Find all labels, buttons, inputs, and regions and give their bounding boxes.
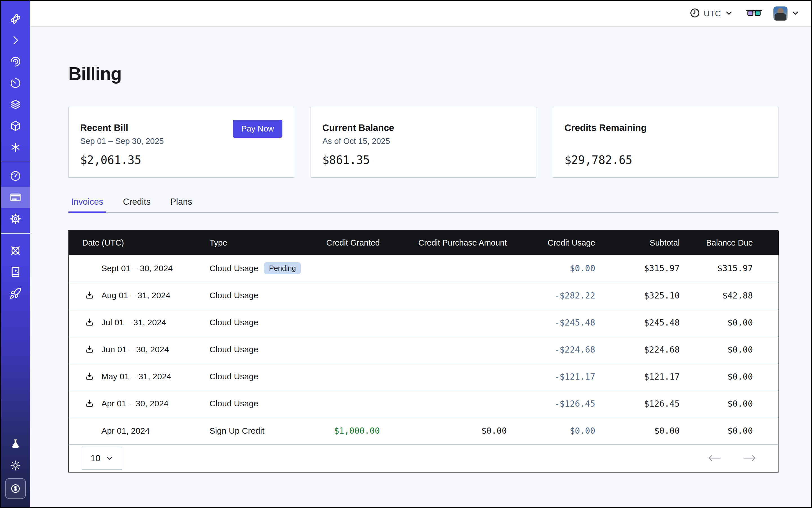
download-icon xyxy=(85,399,94,409)
column-header: Credit Granted xyxy=(312,231,380,255)
download-icon xyxy=(85,345,94,354)
sidebar-item-layers[interactable] xyxy=(1,94,30,115)
sidebar-item-launch[interactable] xyxy=(1,283,30,304)
invoice-type: Sign Up Credit xyxy=(210,426,264,435)
layers-icon xyxy=(9,98,22,111)
tab-plans[interactable]: Plans xyxy=(168,197,195,213)
cell-credit-usage: -$126.45 xyxy=(507,390,595,417)
sidebar-item-collapse[interactable] xyxy=(1,30,30,51)
cell-type: Cloud Usage xyxy=(210,363,312,390)
sidebar-item-billing[interactable] xyxy=(1,187,30,208)
sun-icon xyxy=(9,460,22,471)
cell-subtotal: $0.00 xyxy=(595,417,680,444)
page-size-select[interactable]: 10 xyxy=(82,447,122,470)
cell-balance-due: $0.00 xyxy=(680,363,779,390)
download-icon xyxy=(85,291,94,300)
sidebar-item-observability[interactable] xyxy=(1,51,30,72)
cell-subtotal: $245.48 xyxy=(595,309,680,336)
flask-icon xyxy=(9,438,22,450)
cell-date: Sept 01 – 30, 2024 xyxy=(69,255,210,282)
cell-credit-usage: $0.00 xyxy=(507,255,595,282)
user-menu[interactable] xyxy=(773,6,800,20)
table-row: Apr 01, 2024Sign Up Credit$1,000.00$0.00… xyxy=(69,417,779,444)
asterisk-icon xyxy=(9,141,22,154)
chevron-right-icon xyxy=(9,34,22,46)
app-window: UTC Billing xyxy=(0,0,812,508)
download-invoice-button[interactable] xyxy=(85,345,94,354)
summary-cards: Recent BillSep 01 – Sep 30, 2025$2,061.3… xyxy=(69,107,778,178)
sidebar-item-history[interactable] xyxy=(1,72,30,94)
summary-card: Current BalanceAs of Oct 15, 2025$861.35 xyxy=(310,107,537,178)
cell-type: Cloud Usage xyxy=(210,309,312,336)
download-invoice-button[interactable] xyxy=(85,291,94,300)
invoice-date: May 01 – 31, 2024 xyxy=(101,372,171,381)
sidebar-item-logo[interactable] xyxy=(1,8,30,30)
sidebar-item-docs[interactable] xyxy=(1,261,30,283)
gear-icon xyxy=(9,213,22,225)
previous-page-button[interactable] xyxy=(706,453,723,463)
cell-credit-usage: -$245.48 xyxy=(507,309,595,336)
chevron-down-icon xyxy=(791,8,800,18)
tab-invoices[interactable]: Invoices xyxy=(69,197,106,213)
helm-icon xyxy=(9,245,22,257)
pay-now-button[interactable]: Pay Now xyxy=(233,120,283,138)
summary-card: Credits Remaining$29,782.65 xyxy=(553,107,778,178)
cell-balance-due: $42.88 xyxy=(680,282,779,309)
column-header: Credit Purchase Amount xyxy=(380,231,507,255)
timezone-label: UTC xyxy=(703,9,721,18)
timezone-selector[interactable]: UTC xyxy=(689,8,733,19)
invoice-date: Jun 01 – 30, 2024 xyxy=(101,345,169,354)
invoice-date: Aug 01 – 31, 2024 xyxy=(101,291,170,300)
cell-credit-purchase-amount xyxy=(380,282,507,309)
tab-credits[interactable]: Credits xyxy=(120,197,154,213)
sidebar-divider xyxy=(1,162,30,162)
sidebar-item-settings[interactable] xyxy=(1,208,30,229)
cell-credit-purchase-amount xyxy=(380,363,507,390)
invoice-type: Cloud Usage xyxy=(210,263,258,273)
cell-credit-purchase-amount xyxy=(380,255,507,282)
sidebar-item-keys[interactable] xyxy=(1,136,30,158)
sidebar xyxy=(1,1,30,507)
sidebar-item-resources[interactable] xyxy=(1,115,30,136)
cell-type: Cloud UsagePending xyxy=(210,255,312,282)
book-sparkle-icon xyxy=(9,266,22,278)
table-row: Aug 01 – 31, 2024Cloud Usage-$282.22$325… xyxy=(69,282,779,309)
next-page-button[interactable] xyxy=(741,453,758,463)
cell-date: Jul 01 – 31, 2024 xyxy=(69,309,210,336)
cell-balance-due: $315.97 xyxy=(680,255,779,282)
sidebar-item-credits[interactable] xyxy=(1,476,30,501)
cell-date: May 01 – 31, 2024 xyxy=(69,363,210,390)
glasses-icon[interactable] xyxy=(746,9,762,18)
sidebar-item-usage[interactable] xyxy=(1,165,30,187)
table-row: Jul 01 – 31, 2024Cloud Usage-$245.48$245… xyxy=(69,309,779,336)
card-amount: $2,061.35 xyxy=(80,154,283,166)
topbar: UTC xyxy=(30,1,811,27)
cell-date: Apr 01 – 30, 2024 xyxy=(69,390,210,417)
table-row: Apr 01 – 30, 2024Cloud Usage-$126.45$126… xyxy=(69,390,779,417)
invoice-type: Cloud Usage xyxy=(210,318,258,327)
cell-balance-due: $0.00 xyxy=(680,390,779,417)
card-subtitle xyxy=(564,136,767,147)
sidebar-item-theme[interactable] xyxy=(1,455,30,476)
sidebar-item-labs[interactable] xyxy=(1,433,30,455)
invoice-date: Apr 01 – 30, 2024 xyxy=(101,399,169,408)
cell-type: Cloud Usage xyxy=(210,336,312,363)
column-header: Type xyxy=(210,231,312,255)
content: Billing Recent BillSep 01 – Sep 30, 2025… xyxy=(30,27,811,507)
download-icon xyxy=(85,318,94,328)
cell-balance-due: $0.00 xyxy=(680,309,779,336)
sidebar-bottom-group xyxy=(1,433,30,501)
cell-date: Jun 01 – 30, 2024 xyxy=(69,336,210,363)
chevron-down-icon xyxy=(724,8,733,18)
download-invoice-button[interactable] xyxy=(85,318,94,328)
sidebar-item-support[interactable] xyxy=(1,240,30,261)
download-invoice-button[interactable] xyxy=(85,399,94,409)
invoice-date: Apr 01, 2024 xyxy=(101,426,150,436)
cell-balance-due: $0.00 xyxy=(680,336,779,363)
cell-credit-granted xyxy=(312,282,380,309)
cell-subtotal: $121.17 xyxy=(595,363,680,390)
card-title: Credits Remaining xyxy=(564,123,767,133)
download-invoice-button[interactable] xyxy=(85,372,94,382)
cell-credit-purchase-amount xyxy=(380,309,507,336)
avatar[interactable] xyxy=(773,6,787,20)
